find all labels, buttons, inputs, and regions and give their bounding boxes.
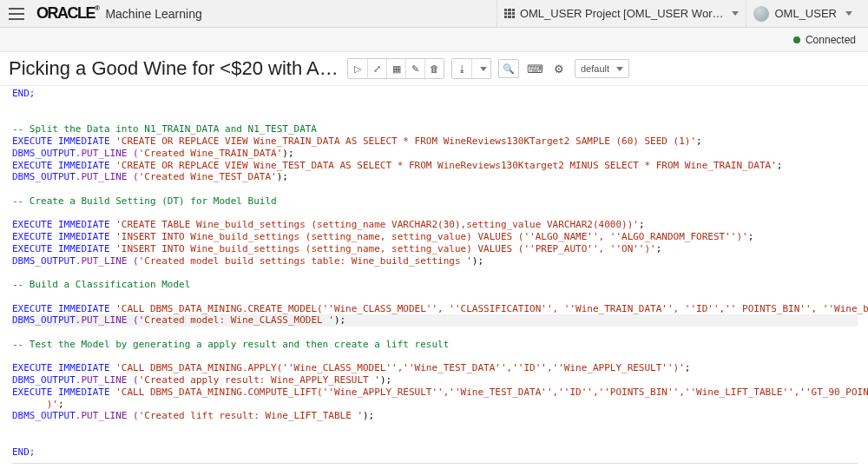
- export-button[interactable]: ⭳: [452, 59, 471, 78]
- project-selector[interactable]: OML_USER Project [OML_USER Wor…: [496, 0, 746, 27]
- export-group: ⭳: [451, 58, 491, 79]
- code-editor[interactable]: END; -- Split the Data into N1_TRAIN_DAT…: [12, 88, 858, 458]
- run-button[interactable]: ▷: [348, 59, 367, 78]
- top-bar: ORACLE® Machine Learning OML_USER Projec…: [0, 0, 868, 28]
- user-label: OML_USER: [774, 7, 837, 20]
- brand-product: Machine Learning: [105, 7, 201, 21]
- expand-button[interactable]: ⤢: [367, 59, 386, 78]
- notebook-paragraph[interactable]: END; -- Split the Data into N1_TRAIN_DAT…: [0, 86, 868, 465]
- user-menu[interactable]: OML_USER: [746, 0, 859, 27]
- text-button[interactable]: ▦: [386, 59, 405, 78]
- status-dot-icon: [793, 36, 800, 43]
- toolbar: ▷ ⤢ ▦ ✎ 🗑 ⭳ 🔍 ⌨ ⚙ default: [347, 58, 629, 79]
- chevron-down-icon: [616, 67, 623, 71]
- search-button[interactable]: 🔍: [498, 59, 519, 78]
- brand: ORACLE® Machine Learning: [36, 4, 202, 23]
- page-title: Picking a Good Wine for <$20 with ADW…: [9, 57, 339, 80]
- avatar: [753, 6, 769, 22]
- keyboard-icon[interactable]: ⌨: [526, 59, 543, 78]
- export-caret[interactable]: [471, 59, 490, 78]
- chevron-down-icon: [732, 11, 739, 16]
- chevron-down-icon: [845, 11, 852, 16]
- run-group: ▷ ⤢ ▦ ✎ 🗑: [347, 58, 444, 79]
- brand-logo: ORACLE®: [36, 4, 98, 23]
- delete-button[interactable]: 🗑: [424, 59, 444, 78]
- gear-icon[interactable]: ⚙: [550, 59, 568, 78]
- view-select[interactable]: default: [575, 59, 629, 78]
- project-label: OML_USER Project [OML_USER Wor…: [520, 7, 724, 20]
- status-bar: Connected: [0, 28, 868, 52]
- grid-icon: [504, 9, 515, 19]
- menu-icon[interactable]: [9, 8, 24, 20]
- title-row: Picking a Good Wine for <$20 with ADW… ▷…: [0, 52, 868, 86]
- connection-status: Connected: [806, 34, 856, 46]
- edit-button[interactable]: ✎: [405, 59, 424, 78]
- output-block: DROP TABLE Wine_build_settings PURGE: dr…: [12, 463, 858, 465]
